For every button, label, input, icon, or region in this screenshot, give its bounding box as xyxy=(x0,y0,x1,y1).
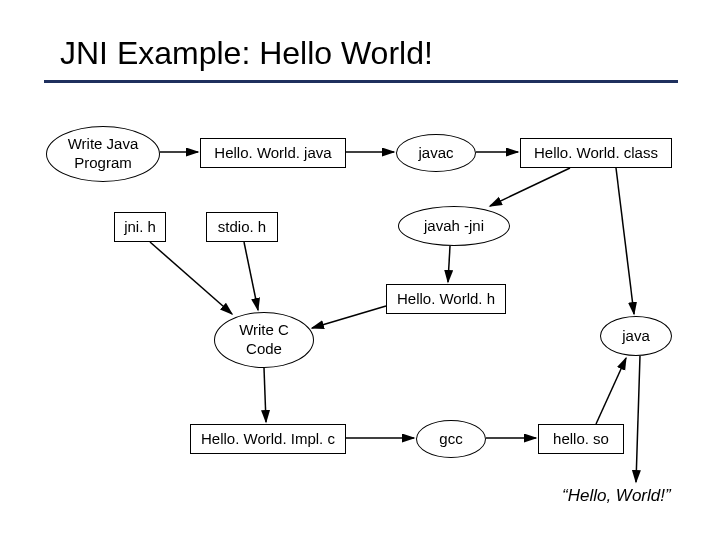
node-label: gcc xyxy=(439,430,462,449)
node-hello-class: Hello. World. class xyxy=(520,138,672,168)
node-label: Hello. World. h xyxy=(397,290,495,309)
node-label: hello. so xyxy=(553,430,609,449)
node-label: Write Java Program xyxy=(68,135,139,173)
node-javac: javac xyxy=(396,134,476,172)
node-label: Hello. World. Impl. c xyxy=(201,430,335,449)
node-label: Hello. World. class xyxy=(534,144,658,163)
svg-line-4 xyxy=(616,168,634,314)
svg-line-6 xyxy=(312,306,386,328)
node-label: Hello. World. java xyxy=(214,144,331,163)
output-text: “Hello, World!” xyxy=(562,486,671,506)
title-underline xyxy=(44,80,678,83)
node-label: stdio. h xyxy=(218,218,266,237)
node-javah-jni: javah -jni xyxy=(398,206,510,246)
svg-line-7 xyxy=(150,242,232,314)
node-label: javac xyxy=(418,144,453,163)
node-gcc: gcc xyxy=(416,420,486,458)
svg-line-9 xyxy=(264,368,266,422)
node-hello-h: Hello. World. h xyxy=(386,284,506,314)
node-label: java xyxy=(622,327,650,346)
svg-line-3 xyxy=(490,168,570,206)
node-stdio-h: stdio. h xyxy=(206,212,278,242)
node-hello-java: Hello. World. java xyxy=(200,138,346,168)
node-label: Write C Code xyxy=(239,321,289,359)
node-write-c: Write C Code xyxy=(214,312,314,368)
page-title: JNI Example: Hello World! xyxy=(60,35,433,72)
node-hello-impl: Hello. World. Impl. c xyxy=(190,424,346,454)
svg-line-12 xyxy=(596,358,626,424)
node-label: “Hello, World!” xyxy=(562,486,671,505)
node-java-run: java xyxy=(600,316,672,356)
node-label: javah -jni xyxy=(424,217,484,236)
svg-line-13 xyxy=(636,356,640,482)
svg-line-8 xyxy=(244,242,258,310)
svg-line-5 xyxy=(448,246,450,282)
node-jni-h: jni. h xyxy=(114,212,166,242)
node-label: jni. h xyxy=(124,218,156,237)
node-write-java: Write Java Program xyxy=(46,126,160,182)
node-hello-so: hello. so xyxy=(538,424,624,454)
